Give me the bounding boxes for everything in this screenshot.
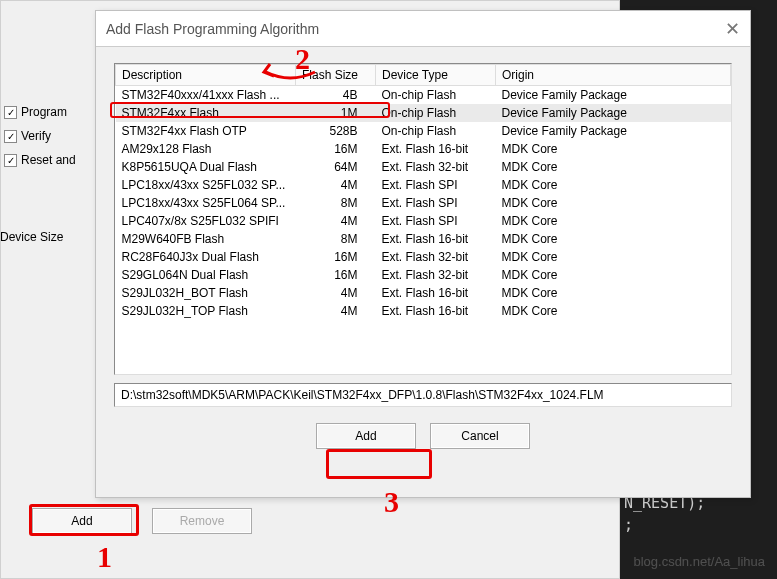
column-header[interactable]: Device Type bbox=[376, 65, 496, 86]
close-icon[interactable]: ✕ bbox=[725, 18, 740, 40]
cell-dtype: Ext. Flash SPI bbox=[376, 194, 496, 212]
cell-dtype: Ext. Flash 16-bit bbox=[376, 140, 496, 158]
cell-desc: STM32F4xx Flash OTP bbox=[116, 122, 296, 140]
cell-dtype: On-chip Flash bbox=[376, 86, 496, 105]
dialog-button-row: Add Cancel bbox=[114, 423, 732, 449]
cell-size: 528B bbox=[296, 122, 376, 140]
program-label: Program bbox=[21, 105, 67, 119]
cell-origin: Device Family Package bbox=[496, 122, 731, 140]
add-button-parent[interactable]: Add bbox=[32, 508, 132, 534]
cell-desc: K8P5615UQA Dual Flash bbox=[116, 158, 296, 176]
cell-dtype: On-chip Flash bbox=[376, 122, 496, 140]
cell-dtype: Ext. Flash 32-bit bbox=[376, 248, 496, 266]
cell-dtype: Ext. Flash 16-bit bbox=[376, 284, 496, 302]
cell-size: 64M bbox=[296, 158, 376, 176]
path-field[interactable]: D:\stm32soft\MDK5\ARM\PACK\Keil\STM32F4x… bbox=[114, 383, 732, 407]
add-button[interactable]: Add bbox=[316, 423, 416, 449]
cell-desc: M29W640FB Flash bbox=[116, 230, 296, 248]
cell-size: 4M bbox=[296, 176, 376, 194]
table-row[interactable]: S29JL032H_BOT Flash4MExt. Flash 16-bitMD… bbox=[116, 284, 731, 302]
algorithm-table[interactable]: DescriptionFlash SizeDevice TypeOrigin S… bbox=[114, 63, 732, 375]
cell-desc: S29JL032H_BOT Flash bbox=[116, 284, 296, 302]
table-header: DescriptionFlash SizeDevice TypeOrigin bbox=[116, 65, 731, 86]
dialog-titlebar[interactable]: Add Flash Programming Algorithm ✕ bbox=[96, 11, 750, 47]
download-options-group: ✓ Program ✓ Verify ✓ Reset and bbox=[4, 100, 76, 172]
cancel-button[interactable]: Cancel bbox=[430, 423, 530, 449]
cell-size: 4M bbox=[296, 284, 376, 302]
cell-size: 16M bbox=[296, 266, 376, 284]
table-row[interactable]: LPC407x/8x S25FL032 SPIFI4MExt. Flash SP… bbox=[116, 212, 731, 230]
cell-size: 8M bbox=[296, 230, 376, 248]
cell-desc: LPC18xx/43xx S25FL064 SP... bbox=[116, 194, 296, 212]
table-row[interactable]: STM32F40xxx/41xxx Flash ...4BOn-chip Fla… bbox=[116, 86, 731, 105]
cell-dtype: Ext. Flash SPI bbox=[376, 212, 496, 230]
check-icon: ✓ bbox=[4, 154, 17, 167]
remove-button-parent: Remove bbox=[152, 508, 252, 534]
watermark: blog.csdn.net/Aa_lihua bbox=[633, 554, 765, 569]
column-header[interactable]: Description bbox=[116, 65, 296, 86]
cell-origin: MDK Core bbox=[496, 194, 731, 212]
cell-size: 4M bbox=[296, 212, 376, 230]
cell-desc: LPC407x/8x S25FL032 SPIFI bbox=[116, 212, 296, 230]
verify-checkbox[interactable]: ✓ Verify bbox=[4, 124, 76, 148]
check-icon: ✓ bbox=[4, 106, 17, 119]
program-checkbox[interactable]: ✓ Program bbox=[4, 100, 76, 124]
cell-size: 4M bbox=[296, 302, 376, 320]
code-line: ; bbox=[620, 514, 777, 536]
table-row[interactable]: LPC18xx/43xx S25FL064 SP...8MExt. Flash … bbox=[116, 194, 731, 212]
cell-size: 16M bbox=[296, 248, 376, 266]
check-icon: ✓ bbox=[4, 130, 17, 143]
cell-desc: STM32F40xxx/41xxx Flash ... bbox=[116, 86, 296, 105]
reset-checkbox[interactable]: ✓ Reset and bbox=[4, 148, 76, 172]
table-row[interactable]: STM32F4xx Flash OTP528BOn-chip FlashDevi… bbox=[116, 122, 731, 140]
cell-desc: RC28F640J3x Dual Flash bbox=[116, 248, 296, 266]
column-header[interactable]: Origin bbox=[496, 65, 731, 86]
cell-dtype: Ext. Flash 32-bit bbox=[376, 266, 496, 284]
dialog-title: Add Flash Programming Algorithm bbox=[106, 21, 725, 37]
cell-size: 4B bbox=[296, 86, 376, 105]
cell-dtype: Ext. Flash 16-bit bbox=[376, 302, 496, 320]
cell-origin: MDK Core bbox=[496, 212, 731, 230]
device-size-label: Device Size bbox=[0, 230, 63, 244]
cell-dtype: Ext. Flash 32-bit bbox=[376, 158, 496, 176]
table-row[interactable]: S29JL032H_TOP Flash4MExt. Flash 16-bitMD… bbox=[116, 302, 731, 320]
add-flash-dialog: Add Flash Programming Algorithm ✕ Descri… bbox=[95, 10, 751, 498]
table-row[interactable]: STM32F4xx Flash1MOn-chip FlashDevice Fam… bbox=[116, 104, 731, 122]
reset-label: Reset and bbox=[21, 153, 76, 167]
column-header[interactable]: Flash Size bbox=[296, 65, 376, 86]
cell-origin: MDK Core bbox=[496, 248, 731, 266]
cell-desc: LPC18xx/43xx S25FL032 SP... bbox=[116, 176, 296, 194]
cell-origin: MDK Core bbox=[496, 140, 731, 158]
cell-origin: Device Family Package bbox=[496, 86, 731, 105]
cell-desc: AM29x128 Flash bbox=[116, 140, 296, 158]
dialog-content: DescriptionFlash SizeDevice TypeOrigin S… bbox=[96, 47, 750, 497]
cell-origin: MDK Core bbox=[496, 158, 731, 176]
table-row[interactable]: AM29x128 Flash16MExt. Flash 16-bitMDK Co… bbox=[116, 140, 731, 158]
table-row[interactable]: M29W640FB Flash8MExt. Flash 16-bitMDK Co… bbox=[116, 230, 731, 248]
cell-size: 8M bbox=[296, 194, 376, 212]
cell-origin: MDK Core bbox=[496, 176, 731, 194]
table-row[interactable]: S29GL064N Dual Flash16MExt. Flash 32-bit… bbox=[116, 266, 731, 284]
cell-origin: MDK Core bbox=[496, 230, 731, 248]
parent-button-row: Add Remove bbox=[32, 508, 252, 534]
cell-desc: STM32F4xx Flash bbox=[116, 104, 296, 122]
cell-desc: S29JL032H_TOP Flash bbox=[116, 302, 296, 320]
table-row[interactable]: LPC18xx/43xx S25FL032 SP...4MExt. Flash … bbox=[116, 176, 731, 194]
cell-origin: Device Family Package bbox=[496, 104, 731, 122]
cell-size: 1M bbox=[296, 104, 376, 122]
verify-label: Verify bbox=[21, 129, 51, 143]
cell-dtype: On-chip Flash bbox=[376, 104, 496, 122]
cell-origin: MDK Core bbox=[496, 266, 731, 284]
cell-dtype: Ext. Flash 16-bit bbox=[376, 230, 496, 248]
cell-origin: MDK Core bbox=[496, 302, 731, 320]
cell-size: 16M bbox=[296, 140, 376, 158]
table-row[interactable]: K8P5615UQA Dual Flash64MExt. Flash 32-bi… bbox=[116, 158, 731, 176]
cell-dtype: Ext. Flash SPI bbox=[376, 176, 496, 194]
table-row[interactable]: RC28F640J3x Dual Flash16MExt. Flash 32-b… bbox=[116, 248, 731, 266]
cell-desc: S29GL064N Dual Flash bbox=[116, 266, 296, 284]
cell-origin: MDK Core bbox=[496, 284, 731, 302]
